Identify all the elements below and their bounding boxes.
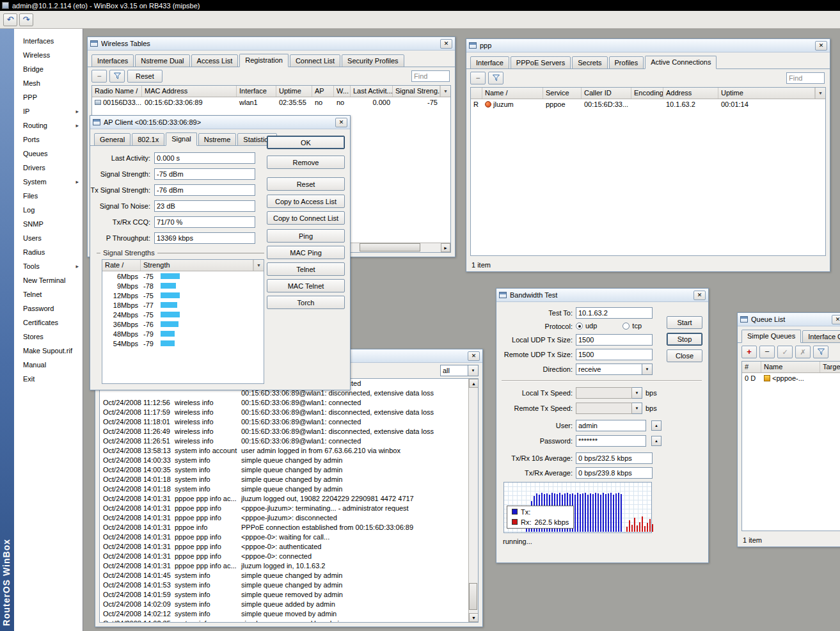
protocol-option-udp[interactable]: udp: [576, 322, 597, 330]
direction-select[interactable]: receive ▼: [576, 363, 653, 375]
signal-row[interactable]: 18Mbps-77: [102, 300, 264, 310]
wireless-tab-interfaces[interactable]: Interfaces: [91, 54, 134, 67]
signal-to-noise-input[interactable]: [154, 200, 255, 212]
scroll-thumb[interactable]: [360, 243, 420, 252]
column-header-col[interactable]: #: [742, 362, 761, 372]
column-header-address[interactable]: Address: [663, 88, 718, 99]
close-icon[interactable]: ✕: [832, 315, 840, 324]
signal-row[interactable]: 48Mbps-79: [102, 329, 264, 339]
sidebar-item-system[interactable]: System▸: [14, 175, 83, 189]
sidebar-item-exit[interactable]: Exit: [14, 372, 83, 386]
column-header-service[interactable]: Service: [543, 88, 582, 99]
column-header-ap[interactable]: AP: [312, 86, 334, 97]
signal-row[interactable]: 54Mbps-79: [102, 339, 264, 348]
copy-to-access-list-button[interactable]: Copy to Access List: [267, 195, 345, 208]
column-header-radio-name[interactable]: Radio Name /: [92, 86, 142, 97]
close-icon[interactable]: ✕: [440, 39, 452, 49]
scroll-thumb[interactable]: [469, 583, 477, 610]
test-to-input[interactable]: [576, 307, 653, 319]
sidebar-item-ip[interactable]: IP▸: [14, 104, 83, 118]
mac-telnet-button[interactable]: MAC Telnet: [267, 279, 345, 292]
column-menu-icon[interactable]: ▼: [253, 260, 264, 271]
log-row[interactable]: Oct/24/2008 14:01:31pppoe ppp info ac...…: [100, 561, 468, 571]
signal-row[interactable]: 9Mbps-78: [102, 281, 264, 291]
sidebar-item-wireless[interactable]: Wireless: [14, 48, 83, 62]
column-header-uptime[interactable]: Uptime: [276, 86, 312, 97]
reset-button[interactable]: Reset: [127, 70, 162, 83]
radio-tcp-icon[interactable]: [622, 323, 630, 330]
password-input[interactable]: [576, 435, 646, 447]
log-filter-select[interactable]: all ▼: [440, 365, 479, 376]
sidebar-item-users[interactable]: Users: [14, 231, 83, 245]
column-header-name[interactable]: Name /: [482, 88, 543, 99]
wireless-tab-registration[interactable]: Registration: [239, 54, 289, 67]
log-row[interactable]: Oct/24/2008 14:02:09system infosimple qu…: [100, 600, 468, 609]
column-header-uptime[interactable]: Uptime: [718, 88, 815, 99]
scroll-up-icon[interactable]: ▲: [469, 379, 479, 388]
radio-udp-icon[interactable]: [576, 323, 583, 330]
signal-row[interactable]: 24Mbps-75: [102, 310, 264, 319]
log-row[interactable]: Oct/24/2008 11:12:56wireless info00:15:6…: [100, 398, 468, 408]
signal-row[interactable]: 6Mbps-75: [102, 271, 264, 281]
tx-signal-strength-input[interactable]: [154, 184, 255, 196]
sidebar-item-drivers[interactable]: Drivers: [14, 161, 83, 175]
queue-tab-simple-queues[interactable]: Simple Queues: [741, 330, 801, 343]
log-row[interactable]: Oct/24/2008 14:01:31pppoe ppp info<pppoe…: [100, 542, 468, 552]
find-input[interactable]: [786, 72, 825, 84]
bandwidth-test-titlebar[interactable]: Bandwidth Test ✕: [496, 289, 708, 302]
sidebar-item-password[interactable]: Password: [14, 301, 83, 316]
scroll-right-icon[interactable]: ►: [441, 243, 450, 252]
signal-strength-input[interactable]: [154, 168, 255, 180]
column-header-w[interactable]: W...: [334, 86, 351, 97]
undo-button[interactable]: ↶: [3, 13, 17, 26]
log-row[interactable]: Oct/24/2008 14:01:31pppoe ppp info<pppoe…: [100, 504, 468, 513]
scroll-track[interactable]: [469, 388, 478, 613]
sidebar-item-snmp[interactable]: SNMP: [14, 217, 83, 231]
local-udp-tx-size-input[interactable]: [576, 334, 653, 346]
redo-button[interactable]: ↷: [19, 13, 33, 26]
registration-row[interactable]: 00156D33...00:15:6D:33:06:89wlan102:35:5…: [92, 97, 450, 107]
column-header-interface[interactable]: Interface: [237, 86, 276, 97]
log-row[interactable]: Oct/24/2008 14:01:31pppoe infoPPPoE conn…: [100, 523, 468, 532]
ppp-titlebar[interactable]: ppp ✕: [466, 39, 830, 52]
add-button[interactable]: +: [741, 346, 757, 358]
log-vscrollbar[interactable]: ▲ ▼: [468, 379, 478, 622]
sidebar-item-tools[interactable]: Tools▸: [14, 259, 83, 273]
stop-button[interactable]: Stop: [667, 333, 702, 346]
remove-button[interactable]: Remove: [267, 156, 345, 169]
sidebar-item-files[interactable]: Files: [14, 189, 83, 203]
log-row[interactable]: Oct/24/2008 14:02:35system infosimple qu…: [100, 619, 468, 623]
dropdown-icon[interactable]: ▼: [632, 403, 642, 414]
sidebar-item-radius[interactable]: Radius: [14, 245, 83, 259]
column-header-rate[interactable]: Rate /: [102, 260, 141, 271]
ppp-tab-secrets[interactable]: Secrets: [572, 56, 607, 69]
filter-button[interactable]: [813, 346, 828, 358]
mac-ping-button[interactable]: MAC Ping: [267, 246, 345, 259]
remove-button[interactable]: −: [470, 72, 486, 84]
ping-button[interactable]: Ping: [267, 229, 345, 243]
sidebar-item-certificates[interactable]: Certificates: [14, 316, 83, 330]
wireless-tab-security-profiles[interactable]: Security Profiles: [342, 54, 404, 67]
scroll-down-icon[interactable]: ▼: [469, 613, 479, 622]
ok-button[interactable]: OK: [267, 136, 345, 149]
column-header-name[interactable]: Name: [761, 362, 820, 372]
log-row[interactable]: Oct/24/2008 14:01:31pppoe ppp info<pppoe…: [100, 552, 468, 561]
find-input[interactable]: [411, 70, 450, 82]
sidebar-item-ppp[interactable]: PPP: [14, 90, 83, 104]
queue-tab-interface-que[interactable]: Interface Que...: [802, 330, 840, 343]
sidebar-item-stores[interactable]: Stores: [14, 330, 83, 344]
sidebar-item-mesh[interactable]: Mesh: [14, 76, 83, 90]
p-throughput-input[interactable]: [154, 232, 255, 244]
user-input[interactable]: [576, 420, 646, 431]
app-titlebar[interactable]: admin@10.1.2.114 (eto) - WinBox v3.15 on…: [0, 0, 840, 11]
log-row[interactable]: Oct/24/2008 11:17:59wireless info00:15:6…: [100, 408, 468, 417]
sidebar-item-queues[interactable]: Queues: [14, 147, 83, 161]
sidebar-item-log[interactable]: Log: [14, 203, 83, 217]
start-button[interactable]: Start: [667, 316, 702, 329]
log-row[interactable]: Oct/24/2008 11:18:01wireless info00:15:6…: [100, 417, 468, 427]
sidebar-item-new-terminal[interactable]: New Terminal: [14, 273, 83, 287]
wireless-tab-access-list[interactable]: Access List: [191, 54, 239, 67]
column-header-mac-address[interactable]: MAC Address: [142, 86, 237, 97]
ppp-tab-active-connections[interactable]: Active Connections: [645, 56, 717, 69]
wireless-tab-connect-list[interactable]: Connect List: [290, 54, 340, 67]
